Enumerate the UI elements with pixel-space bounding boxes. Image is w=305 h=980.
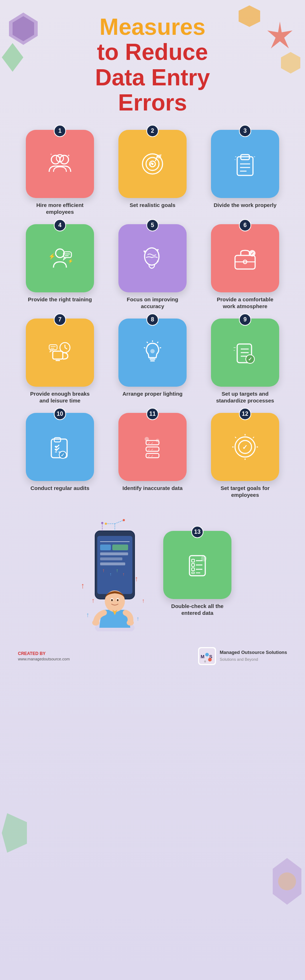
card-11-label: Identify inaccurate data — [122, 485, 183, 492]
svg-rect-66 — [54, 438, 61, 442]
card-2-label: Set realistic goals — [129, 202, 176, 209]
svg-point-121 — [111, 599, 113, 601]
svg-text:↑: ↑ — [102, 568, 105, 573]
checklist2-icon — [183, 550, 212, 579]
svg-marker-5 — [2, 813, 27, 853]
card-2: 2 ✓ Set realistic goals — [110, 130, 195, 216]
svg-text:↑: ↑ — [91, 597, 95, 604]
badge-13: 13 — [191, 526, 203, 538]
svg-text:✓: ✓ — [148, 161, 153, 167]
svg-marker-6 — [273, 858, 302, 905]
svg-text:♥: ♥ — [157, 259, 159, 263]
svg-text:✦: ✦ — [50, 153, 53, 156]
svg-text:®: ® — [204, 660, 206, 663]
badge-12: 12 — [239, 408, 251, 420]
main-title: Measures to Reduce Data Entry Errors — [22, 14, 283, 116]
svg-point-112 — [123, 519, 125, 521]
page-header: Measures to Reduce Data Entry Errors — [0, 0, 305, 123]
card-12: 12 ✓ Set target goals for employees — [203, 413, 287, 499]
badge-6: 6 — [239, 219, 251, 231]
card-7-label: Provide enough breaks and leisure time — [28, 390, 92, 404]
badge-8: 8 — [146, 313, 159, 326]
svg-text:↑: ↑ — [81, 581, 85, 590]
card-1-label: Hire more efficient employees — [28, 202, 92, 216]
badge-4: 4 — [54, 219, 66, 231]
mos-logo-svg: M S ® — [199, 648, 215, 664]
svg-text:↑: ↑ — [142, 598, 145, 604]
card-6: 6 ✓ Provide a comfortable work atmospher… — [203, 224, 287, 310]
company-logo: M S ® — [198, 647, 216, 665]
svg-rect-128 — [192, 568, 195, 571]
svg-text:↑: ↑ — [134, 575, 138, 582]
svg-rect-124 — [192, 559, 195, 562]
badge-11: 11 — [146, 408, 159, 420]
svg-point-80 — [156, 439, 159, 442]
svg-point-56 — [150, 349, 155, 353]
card-4-box: 4 ⚡ ⚡ — [26, 224, 94, 292]
clipboard-icon — [231, 150, 259, 178]
card-5: 5 ♥ ♥ ♥ Focus on improving accuracy — [110, 224, 195, 310]
checklist-icon: ✓ — [231, 338, 259, 367]
card-10-box: 10 ✓ — [26, 413, 94, 481]
card-4: 4 ⚡ ⚡ Provide the right training — [18, 224, 102, 310]
svg-point-135 — [205, 653, 209, 657]
svg-line-52 — [157, 342, 158, 343]
svg-text:M: M — [201, 654, 204, 659]
card-13: 13 Double-check all the entered data — [163, 531, 232, 617]
card-3: 3 Divide the work properly — [203, 130, 287, 216]
svg-line-53 — [160, 348, 161, 348]
card-4-label: Provide the right training — [28, 296, 92, 303]
card-13-box: 13 — [163, 531, 232, 599]
target-icon: ✓ — [138, 150, 167, 178]
card-8: 8 Arrange proper lighting — [110, 318, 195, 404]
people-icon: ✦ ✦ — [46, 150, 74, 178]
card-3-box: 3 — [211, 130, 279, 198]
card-8-label: Arrange proper lighting — [122, 390, 183, 398]
training-icon: ⚡ ⚡ — [46, 244, 74, 273]
svg-point-132 — [201, 556, 207, 562]
svg-rect-103 — [100, 562, 125, 565]
badge-10: 10 — [54, 408, 66, 420]
card-11-box: 11 ✓ ✓ ✓ ✓ ✓ ✓ — [118, 413, 187, 481]
svg-line-55 — [144, 348, 145, 348]
svg-point-114 — [101, 522, 103, 524]
card-7-box: 7 — [26, 318, 94, 387]
card-6-box: 6 ✓ — [211, 224, 279, 292]
card-13-label: Double-check all the entered data — [165, 603, 230, 617]
badge-2: 2 — [146, 125, 159, 137]
brain-icon: ♥ ♥ ♥ — [138, 244, 167, 273]
svg-rect-130 — [192, 572, 195, 574]
svg-line-111 — [115, 520, 124, 524]
svg-line-89 — [253, 437, 254, 438]
card-9: 9 ✓ Set up targets and standardize proce… — [203, 318, 287, 404]
svg-text:✓: ✓ — [61, 452, 65, 458]
svg-rect-41 — [53, 351, 63, 359]
svg-rect-46 — [49, 345, 57, 350]
svg-point-122 — [117, 599, 119, 601]
svg-text:♥: ♥ — [157, 248, 159, 252]
card-8-box: 8 — [118, 318, 187, 387]
card-9-box: 9 ✓ — [211, 318, 279, 387]
svg-rect-102 — [100, 557, 122, 560]
footer-right: M S ® Managed Outsource Solutions Soluti… — [198, 647, 287, 665]
card-5-box: 5 ♥ ♥ ♥ — [118, 224, 187, 292]
card-1: 1 ✦ ✦ Hire more efficient employees — [18, 130, 102, 216]
card-5-label: Focus on improving accuracy — [120, 296, 185, 310]
svg-point-117 — [127, 620, 134, 625]
briefcase-icon: ✓ — [231, 244, 259, 273]
targetcheck-icon: ✓ — [231, 433, 259, 461]
person-phone-illustration: ↑ ↑ ↑ ↑ ↑ ↑ ↑ ↑ ↑ ↑ — [73, 517, 152, 632]
card-10-label: Conduct regular audits — [30, 485, 89, 492]
svg-text:↑: ↑ — [116, 568, 118, 573]
page-footer: CREATED BY www.managedoutsource.com M S … — [0, 640, 305, 676]
card-12-label: Set target goals for employees — [213, 485, 277, 499]
svg-point-8 — [51, 155, 60, 164]
illustration: ↑ ↑ ↑ ↑ ↑ ↑ ↑ ↑ ↑ ↑ — [73, 517, 152, 633]
svg-point-26 — [56, 249, 64, 258]
svg-text:↑: ↑ — [109, 572, 112, 577]
card-1-box: 1 ✦ ✦ — [26, 130, 94, 198]
created-by-label: CREATED BY — [18, 651, 70, 656]
audit-icon: ✓ — [46, 433, 74, 461]
svg-text:✓ ✓: ✓ ✓ — [148, 448, 153, 451]
svg-text:⚡: ⚡ — [48, 253, 56, 260]
